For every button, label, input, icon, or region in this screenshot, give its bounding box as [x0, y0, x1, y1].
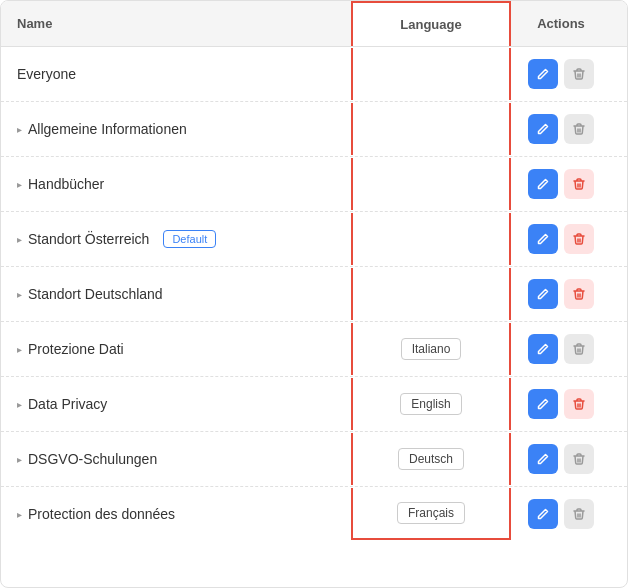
table-row: ▸Allgemeine Informationen [1, 102, 627, 157]
table-row: ▸Protezione DatiItaliano [1, 322, 627, 377]
delete-button[interactable] [564, 444, 594, 474]
row-name-text: Protezione Dati [28, 341, 124, 357]
row-name-text: Everyone [17, 66, 76, 82]
edit-button[interactable] [528, 169, 558, 199]
row-actions-cell [511, 499, 611, 529]
col-header-actions: Actions [511, 16, 611, 31]
row-actions-cell [511, 334, 611, 364]
row-language-cell [351, 48, 511, 100]
row-language-cell: Italiano [351, 323, 511, 375]
row-name-cell: ▸Standort ÖsterreichDefault [17, 230, 351, 248]
delete-button[interactable] [564, 59, 594, 89]
col-header-language: Language [351, 1, 511, 46]
delete-button[interactable] [564, 114, 594, 144]
language-badge: English [400, 393, 461, 415]
row-language-cell: English [351, 378, 511, 430]
row-language-cell: Français [351, 488, 511, 540]
row-actions-cell [511, 389, 611, 419]
row-indent-arrow-icon: ▸ [17, 124, 22, 135]
language-badge: Français [397, 502, 465, 524]
row-name-cell: Everyone [17, 66, 351, 82]
table-body: Everyone▸Allgemeine Informationen▸Handbü… [1, 47, 627, 541]
row-indent-arrow-icon: ▸ [17, 234, 22, 245]
row-name-text: Protection des données [28, 506, 175, 522]
delete-button[interactable] [564, 389, 594, 419]
row-name-text: Allgemeine Informationen [28, 121, 187, 137]
row-actions-cell [511, 444, 611, 474]
edit-button[interactable] [528, 499, 558, 529]
row-name-cell: ▸Protezione Dati [17, 341, 351, 357]
row-name-text: DSGVO-Schulungen [28, 451, 157, 467]
row-name-text: Data Privacy [28, 396, 107, 412]
edit-button[interactable] [528, 59, 558, 89]
row-name-text: Handbücher [28, 176, 104, 192]
row-name-cell: ▸Data Privacy [17, 396, 351, 412]
edit-button[interactable] [528, 279, 558, 309]
row-indent-arrow-icon: ▸ [17, 454, 22, 465]
delete-button[interactable] [564, 334, 594, 364]
row-indent-arrow-icon: ▸ [17, 509, 22, 520]
row-name-cell: ▸Standort Deutschland [17, 286, 351, 302]
delete-button[interactable] [564, 279, 594, 309]
row-actions-cell [511, 224, 611, 254]
table-row: ▸Standort Deutschland [1, 267, 627, 322]
table-row: ▸Data PrivacyEnglish [1, 377, 627, 432]
row-indent-arrow-icon: ▸ [17, 344, 22, 355]
table-row: Everyone [1, 47, 627, 102]
default-badge: Default [163, 230, 216, 248]
data-table: Name Language Actions Everyone▸Allgemein… [0, 0, 628, 588]
table-row: ▸Standort ÖsterreichDefault [1, 212, 627, 267]
edit-button[interactable] [528, 114, 558, 144]
row-language-cell [351, 213, 511, 265]
delete-button[interactable] [564, 169, 594, 199]
table-header: Name Language Actions [1, 1, 627, 47]
edit-button[interactable] [528, 444, 558, 474]
row-actions-cell [511, 59, 611, 89]
row-actions-cell [511, 279, 611, 309]
row-name-cell: ▸DSGVO-Schulungen [17, 451, 351, 467]
row-language-cell [351, 268, 511, 320]
row-indent-arrow-icon: ▸ [17, 289, 22, 300]
delete-button[interactable] [564, 224, 594, 254]
row-language-cell [351, 103, 511, 155]
table-row: ▸DSGVO-SchulungenDeutsch [1, 432, 627, 487]
row-name-cell: ▸Protection des données [17, 506, 351, 522]
row-name-cell: ▸Handbücher [17, 176, 351, 192]
row-language-cell: Deutsch [351, 433, 511, 485]
table-row: ▸Protection des donnéesFrançais [1, 487, 627, 541]
row-language-cell [351, 158, 511, 210]
row-name-text: Standort Deutschland [28, 286, 163, 302]
edit-button[interactable] [528, 334, 558, 364]
row-name-text: Standort Österreich [28, 231, 149, 247]
edit-button[interactable] [528, 389, 558, 419]
delete-button[interactable] [564, 499, 594, 529]
language-badge: Deutsch [398, 448, 464, 470]
row-actions-cell [511, 169, 611, 199]
edit-button[interactable] [528, 224, 558, 254]
language-badge: Italiano [401, 338, 462, 360]
row-indent-arrow-icon: ▸ [17, 179, 22, 190]
row-name-cell: ▸Allgemeine Informationen [17, 121, 351, 137]
row-actions-cell [511, 114, 611, 144]
col-header-name: Name [17, 16, 351, 31]
table-row: ▸Handbücher [1, 157, 627, 212]
row-indent-arrow-icon: ▸ [17, 399, 22, 410]
